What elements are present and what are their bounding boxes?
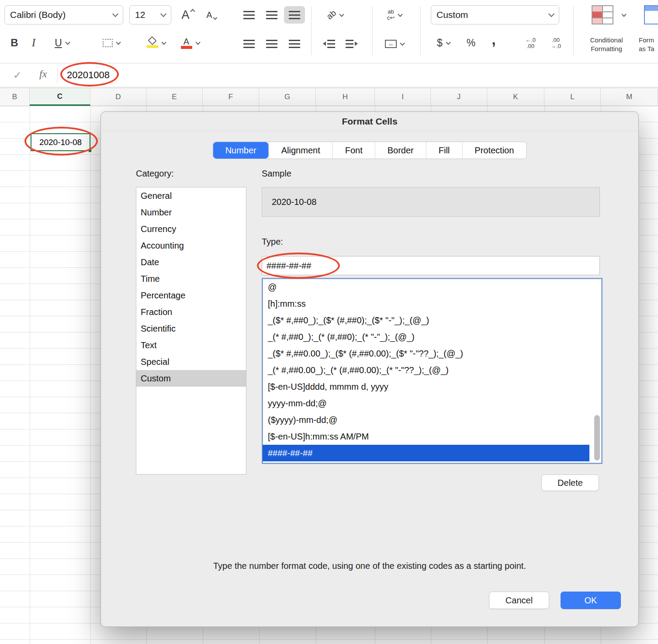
wrap-text-button[interactable]: ab c↩ [377, 5, 412, 24]
format-as-table-button[interactable] [641, 4, 658, 25]
tab-number[interactable]: Number [213, 142, 269, 159]
format-code-item[interactable]: @ [263, 279, 602, 295]
fill-color-button[interactable] [141, 33, 171, 52]
font-color-button[interactable]: A [175, 33, 205, 52]
column-header-e[interactable]: E [146, 88, 203, 106]
font-name-value: Calibri (Body) [10, 10, 66, 20]
number-format-select[interactable]: Custom [431, 5, 559, 24]
category-date[interactable]: Date [136, 254, 246, 270]
scrollbar-thumb[interactable] [594, 415, 600, 460]
format-code-list: @ [h]:mm:ss _($* #,##0_);_($* (#,##0);_(… [262, 278, 603, 464]
category-time[interactable]: Time [136, 270, 246, 287]
column-header-j[interactable]: J [431, 88, 487, 106]
align-center-button[interactable] [261, 35, 282, 52]
decrease-font-size-button[interactable]: A [200, 6, 223, 24]
separator [57, 69, 58, 83]
grow-font-icon: A [181, 8, 189, 22]
comma-style-button[interactable]: , [485, 31, 502, 48]
type-input[interactable] [262, 256, 600, 275]
format-cells-dialog: Format Cells Number Alignment Font Borde… [100, 111, 639, 627]
italic-icon: I [32, 37, 35, 49]
tab-alignment[interactable]: Alignment [269, 142, 332, 159]
column-header-m[interactable]: M [601, 88, 658, 106]
format-code-item[interactable]: [$-en-US]h:mm:ss AM/PM [263, 428, 602, 445]
format-code-item[interactable]: yyyy-mm-dd;@ [263, 395, 602, 412]
separator [573, 6, 574, 55]
insert-function-icon[interactable]: fx [39, 68, 47, 80]
format-code-item[interactable]: _(* #,##0_);_(* (#,##0);_(* "-"_);_(@_) [263, 329, 602, 345]
column-header-i[interactable]: I [375, 88, 431, 106]
column-header-f[interactable]: F [203, 88, 259, 106]
conditional-formatting-dropdown[interactable] [620, 10, 628, 19]
column-header-k[interactable]: K [487, 88, 544, 106]
category-text[interactable]: Text [136, 337, 246, 353]
align-bottom-button[interactable] [284, 6, 305, 24]
ok-button[interactable]: OK [561, 592, 621, 609]
format-code-item[interactable]: _($* #,##0.00_);_($* (#,##0.00);_($* "-"… [263, 345, 602, 362]
category-accounting[interactable]: Accounting [136, 237, 246, 254]
cancel-button[interactable]: Cancel [489, 592, 549, 609]
chevron-down-icon [195, 40, 200, 45]
format-code-item[interactable]: [h]:mm:ss [263, 295, 602, 312]
format-code-item[interactable]: [$-en-US]dddd, mmmm d, yyyy [263, 378, 602, 395]
underline-button[interactable]: U [45, 34, 80, 52]
category-scientific[interactable]: Scientific [136, 320, 246, 337]
tab-protection[interactable]: Protection [462, 142, 526, 159]
format-code-item[interactable]: ($yyyy)-mm-dd;@ [263, 412, 602, 428]
tab-fill[interactable]: Fill [426, 142, 462, 159]
column-header-d[interactable]: D [90, 88, 146, 106]
conditional-formatting-icon [592, 5, 613, 24]
delete-button[interactable]: Delete [541, 474, 599, 491]
percent-style-button[interactable]: % [461, 34, 481, 52]
font-size-select[interactable]: 12 [129, 5, 171, 24]
format-code-item[interactable]: _(* #,##0.00_);_(* (#,##0.00);_(* "-"??_… [263, 362, 602, 378]
category-special[interactable]: Special [136, 353, 246, 370]
conditional-formatting-button[interactable] [588, 4, 617, 25]
increase-indent-button[interactable] [342, 35, 362, 52]
bold-button[interactable]: B [6, 34, 23, 52]
align-middle-button[interactable] [261, 6, 282, 24]
column-header-b[interactable]: B [0, 88, 30, 106]
fill-color-icon [147, 38, 158, 48]
category-list: General Number Currency Accounting Date … [136, 187, 246, 474]
align-left-icon [243, 40, 255, 48]
sample-box: 2020-10-08 [262, 187, 600, 217]
increase-font-size-button[interactable]: A [177, 6, 199, 24]
align-top-button[interactable] [239, 6, 260, 24]
borders-button[interactable] [94, 34, 128, 52]
formula-input[interactable]: 20201008 [67, 69, 110, 81]
category-general[interactable]: General [136, 187, 246, 204]
align-left-button[interactable] [239, 35, 260, 52]
category-currency[interactable]: Currency [136, 221, 246, 237]
tab-border[interactable]: Border [375, 142, 426, 159]
chevron-down-icon [161, 40, 166, 45]
tab-font[interactable]: Font [332, 142, 375, 159]
increase-decimal-button[interactable]: ←.0 .00 [519, 34, 542, 52]
merge-center-button[interactable]: ↔ [377, 35, 412, 52]
merge-icon: ↔ [385, 40, 397, 48]
align-right-button[interactable] [284, 35, 305, 52]
borders-icon [103, 39, 113, 47]
column-header-h[interactable]: H [316, 88, 375, 106]
decrease-indent-button[interactable] [319, 35, 339, 52]
confirm-entry-icon[interactable]: ✓ [13, 69, 21, 81]
fill-handle[interactable] [88, 149, 92, 152]
format-code-item[interactable]: _($* #,##0_);_($* (#,##0);_($* "-"_);_(@… [263, 312, 602, 329]
selected-cell[interactable]: 2020-10-08 [31, 133, 90, 151]
category-percentage[interactable]: Percentage [136, 287, 246, 304]
italic-button[interactable]: I [26, 34, 41, 52]
wrap-text-icon: ab [388, 9, 394, 15]
currency-format-button[interactable]: $ [430, 34, 457, 52]
orientation-button[interactable]: ab [318, 6, 352, 24]
column-header-l[interactable]: L [544, 88, 601, 106]
category-fraction[interactable]: Fraction [136, 304, 246, 320]
decrease-decimal-button[interactable]: .00 →.0 [544, 34, 567, 52]
column-header-c[interactable]: C [30, 88, 90, 106]
column-header-g[interactable]: G [259, 88, 316, 106]
format-code-item-selected[interactable]: ####-##-## [263, 445, 589, 461]
font-name-select[interactable]: Calibri (Body) [4, 5, 123, 24]
category-number[interactable]: Number [136, 204, 246, 221]
category-custom[interactable]: Custom [136, 370, 246, 387]
bold-icon: B [10, 37, 18, 49]
help-text: Type the number format code, using one o… [101, 561, 638, 571]
